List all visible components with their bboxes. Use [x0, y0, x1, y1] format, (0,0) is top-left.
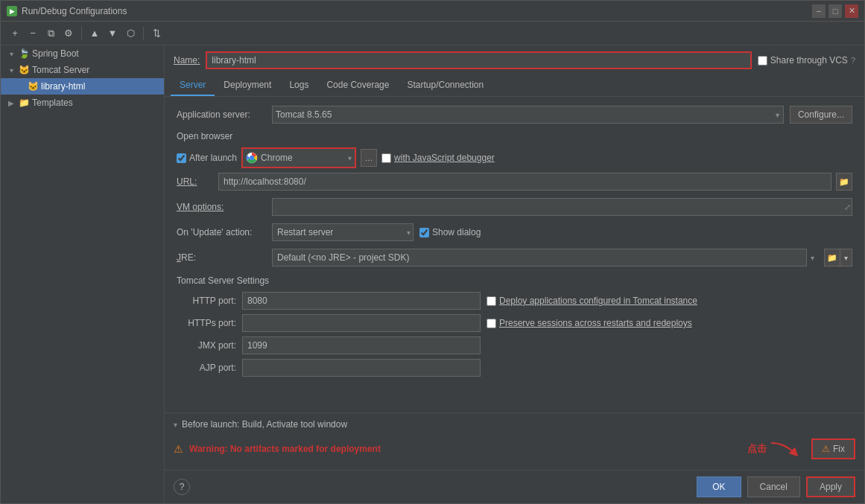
- annotation-container: 点击: [747, 440, 799, 458]
- bottom-section: ▾ Before launch: Build, Activate tool wi…: [165, 412, 864, 470]
- down-button[interactable]: ▼: [104, 25, 121, 42]
- sidebar: ▾ 🍃 Spring Boot ▾ 🐱 Tomcat Server 🐱 libr…: [1, 45, 165, 503]
- http-port-input[interactable]: [242, 292, 481, 310]
- jre-select-wrapper: Default (<no JRE> - project SDK) ▾: [272, 249, 818, 267]
- sidebar-item-spring-boot[interactable]: ▾ 🍃 Spring Boot: [1, 45, 164, 62]
- vm-options-input-wrapper: ⤢: [272, 198, 852, 216]
- jre-label: JRE:: [177, 252, 266, 263]
- url-input[interactable]: [218, 173, 831, 191]
- window-title: Run/Debug Configurations: [22, 6, 812, 16]
- url-folder-button[interactable]: 📁: [836, 173, 852, 191]
- sort-button[interactable]: ⇅: [148, 25, 165, 42]
- url-row: URL: 📁: [177, 173, 852, 191]
- preserve-sessions-text: Preserve sessions across restarts and re…: [499, 318, 692, 328]
- https-port-label: HTTPs port:: [177, 318, 236, 328]
- maximize-button[interactable]: □: [828, 4, 842, 18]
- sidebar-item-templates[interactable]: ▶ 📁 Templates: [1, 95, 164, 111]
- show-dialog-checkbox-label[interactable]: Show dialog: [419, 227, 481, 237]
- spring-boot-icon: 🍃: [18, 48, 30, 60]
- fix-button[interactable]: ⚠ Fix: [811, 438, 855, 459]
- library-html-icon: 🐱: [27, 80, 39, 92]
- preserve-sessions-checkbox[interactable]: [487, 319, 496, 328]
- move-button[interactable]: ⬡: [122, 25, 139, 42]
- js-debugger-label[interactable]: with JavaScript debugger: [381, 153, 495, 163]
- tab-code-coverage[interactable]: Code Coverage: [317, 75, 398, 96]
- tab-deployment[interactable]: Deployment: [215, 75, 280, 96]
- application-server-row: Application server: Tomcat 8.5.65 ▾ Conf…: [177, 106, 852, 124]
- remove-button[interactable]: −: [25, 25, 41, 42]
- fix-warning-icon: ⚠: [822, 444, 830, 454]
- js-debugger-checkbox[interactable]: [381, 153, 391, 163]
- name-row: Name: Share through VCS ?: [165, 45, 864, 75]
- tomcat-settings-section: Tomcat Server Settings HTTP port: Deploy…: [177, 275, 852, 377]
- footer: ? OK Cancel Apply: [165, 470, 864, 503]
- fix-button-label: Fix: [833, 444, 845, 454]
- preserve-sessions-checkbox-label[interactable]: Preserve sessions across restarts and re…: [487, 318, 692, 328]
- tab-server[interactable]: Server: [171, 75, 215, 96]
- title-bar: ▶ Run/Debug Configurations − □ ✕: [1, 1, 864, 22]
- deploy-apps-checkbox[interactable]: [487, 296, 496, 306]
- ajp-port-input[interactable]: [242, 359, 481, 377]
- share-vcs-help-icon: ?: [851, 56, 855, 65]
- cancel-button[interactable]: Cancel: [747, 476, 800, 497]
- toolbar: + − ⧉ ⚙ ▲ ▼ ⬡ ⇅: [1, 22, 864, 45]
- http-port-label: HTTP port:: [177, 296, 236, 306]
- copy-button[interactable]: ⧉: [42, 25, 59, 42]
- browser-ellipsis-button[interactable]: …: [361, 149, 377, 167]
- share-vcs-row: Share through VCS ?: [758, 55, 855, 66]
- http-port-row: HTTP port: Deploy applications configure…: [177, 292, 852, 310]
- jre-select[interactable]: Default (<no JRE> - project SDK): [272, 249, 818, 267]
- sidebar-item-label-library-html: library-html: [41, 81, 85, 92]
- jre-folder-button[interactable]: 📁: [824, 249, 840, 267]
- spacer-library-html: [16, 82, 25, 91]
- share-vcs-label: Share through VCS: [770, 55, 848, 66]
- expand-arrow-spring-boot: ▾: [7, 49, 16, 58]
- up-button[interactable]: ▲: [86, 25, 103, 42]
- browser-select[interactable]: Chrome FirefoxSafariEdge: [243, 149, 355, 167]
- share-vcs-checkbox[interactable]: [758, 56, 767, 66]
- sidebar-item-tomcat-server[interactable]: ▾ 🐱 Tomcat Server: [1, 62, 164, 78]
- vm-options-row: VM options: ⤢: [177, 198, 852, 216]
- show-dialog-text: Show dialog: [432, 227, 481, 237]
- tab-logs[interactable]: Logs: [280, 75, 317, 96]
- name-input[interactable]: [206, 51, 751, 69]
- warning-row: ⚠ Warning: No artifacts marked for deplo…: [174, 434, 855, 464]
- apply-button[interactable]: Apply: [806, 476, 855, 497]
- https-port-input[interactable]: [242, 314, 481, 332]
- jre-row: JRE: Default (<no JRE> - project SDK) ▾ …: [177, 249, 852, 267]
- tab-startup-connection[interactable]: Startup/Connection: [398, 75, 492, 96]
- show-dialog-checkbox[interactable]: [419, 228, 429, 237]
- minimize-button[interactable]: −: [812, 4, 826, 18]
- right-panel-inner: Name: Share through VCS ? Server Deploym…: [165, 45, 864, 503]
- jmx-port-input[interactable]: [242, 336, 481, 354]
- ok-button[interactable]: OK: [697, 476, 741, 497]
- after-launch-checkbox-label[interactable]: After launch: [177, 153, 237, 163]
- open-browser-section: Open browser After launch: [177, 131, 852, 191]
- expand-arrow-templates: ▶: [7, 98, 16, 107]
- settings-button[interactable]: ⚙: [60, 25, 77, 42]
- close-button[interactable]: ✕: [845, 4, 858, 18]
- form-content: Application server: Tomcat 8.5.65 ▾ Conf…: [165, 97, 864, 412]
- chrome-select-wrapper: Chrome FirefoxSafariEdge ▾: [241, 147, 356, 168]
- deploy-apps-checkbox-label[interactable]: Deploy applications configured in Tomcat…: [487, 296, 697, 306]
- restart-server-select[interactable]: Restart server RedeployUpdate classes an…: [272, 223, 414, 241]
- tabs-bar: Server Deployment Logs Code Coverage Sta…: [165, 75, 864, 97]
- jre-dropdown-button[interactable]: ▾: [840, 249, 852, 267]
- after-launch-text: After launch: [189, 153, 237, 163]
- vm-options-expand-button[interactable]: ⤢: [844, 202, 851, 212]
- tomcat-icon: 🐱: [18, 64, 30, 76]
- after-launch-checkbox[interactable]: [177, 153, 186, 163]
- configure-button[interactable]: Configure...: [790, 106, 852, 124]
- help-button[interactable]: ?: [174, 479, 190, 495]
- vm-options-input[interactable]: [272, 198, 852, 216]
- jmx-port-label: JMX port:: [177, 340, 236, 351]
- sidebar-item-library-html[interactable]: 🐱 library-html: [1, 78, 164, 95]
- before-launch-row: ▾ Before launch: Build, Activate tool wi…: [174, 419, 855, 430]
- after-launch-row: After launch: [177, 147, 852, 168]
- toolbar-separator-2: [143, 27, 144, 40]
- application-server-select[interactable]: Tomcat 8.5.65: [272, 106, 784, 124]
- tomcat-settings-title: Tomcat Server Settings: [177, 275, 852, 286]
- add-button[interactable]: +: [7, 25, 23, 42]
- before-launch-text: Before launch: Build, Activate tool wind…: [182, 419, 347, 430]
- warning-icon: ⚠: [174, 443, 183, 455]
